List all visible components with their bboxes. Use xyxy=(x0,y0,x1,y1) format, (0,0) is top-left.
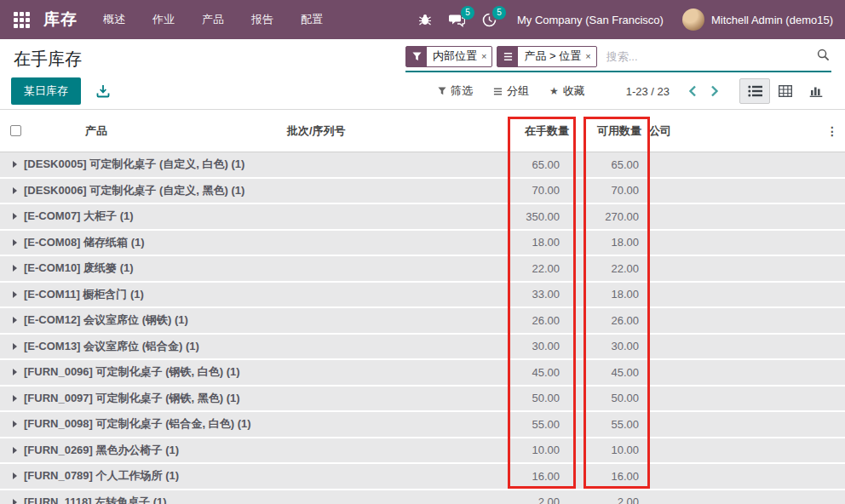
favorites-label: 收藏 xyxy=(563,83,585,99)
control-panel: 在手库存 内部位置 × 产品 > 位置 × 某日库存 xyxy=(0,39,845,110)
expand-caret-icon[interactable] xyxy=(13,161,17,168)
table-row[interactable]: [FURN_0789] 个人工作场所 (1) 16.00 16.00 xyxy=(0,464,845,490)
graph-view-button[interactable] xyxy=(801,78,831,104)
facet-label: 内部位置 xyxy=(427,47,480,66)
cell-available: 70.00 xyxy=(569,184,641,197)
table-row[interactable]: [FURN_1118] 左转角桌子 (1) 2.00 2.00 xyxy=(0,490,845,504)
facet-remove-icon[interactable]: × xyxy=(480,47,491,66)
main-menu: 概述作业产品报告配置 xyxy=(89,0,336,39)
filters-menu[interactable]: 筛选 xyxy=(438,83,473,99)
cell-on-hand: 26.00 xyxy=(503,314,569,327)
menu-item-1[interactable]: 作业 xyxy=(139,0,188,39)
facet-remove-icon[interactable]: × xyxy=(584,47,595,66)
menu-item-4[interactable]: 配置 xyxy=(287,0,336,39)
cell-on-hand: 65.00 xyxy=(503,158,569,171)
debug-bug-icon[interactable] xyxy=(410,8,440,32)
expand-caret-icon[interactable] xyxy=(13,369,17,375)
apps-menu-icon[interactable] xyxy=(14,12,30,28)
pager-next-icon[interactable] xyxy=(704,82,726,100)
pager-previous-icon[interactable] xyxy=(681,82,704,100)
cell-on-hand: 50.00 xyxy=(503,392,569,404)
cell-on-hand: 30.00 xyxy=(503,340,569,352)
messages-badge: 5 xyxy=(461,6,474,20)
expand-caret-icon[interactable] xyxy=(13,395,17,402)
list-view-button[interactable] xyxy=(739,78,770,104)
cell-available: 16.00 xyxy=(569,470,641,483)
navbar-right: 5 5 My Company (San Francisco) Mitchell … xyxy=(410,8,845,32)
messages-menu[interactable]: 5 xyxy=(440,8,474,32)
group-label: [FURN_1118] 左转角桌子 (1) xyxy=(24,495,167,504)
cell-available: 26.00 xyxy=(569,314,641,327)
group-label: [E-COM11] 橱柜含门 (1) xyxy=(24,287,144,302)
search-icon[interactable] xyxy=(817,49,830,65)
activities-menu[interactable]: 5 xyxy=(474,8,505,32)
cell-on-hand: 350.00 xyxy=(503,210,569,223)
search-input[interactable] xyxy=(601,49,817,65)
expand-caret-icon[interactable] xyxy=(13,421,17,427)
cell-available: 270.00 xyxy=(569,210,641,223)
app-name[interactable]: 库存 xyxy=(43,9,78,31)
header-lot-serial[interactable]: 批次/序列号 xyxy=(281,123,503,139)
cell-on-hand: 10.00 xyxy=(503,444,569,456)
menu-item-3[interactable]: 报告 xyxy=(238,0,287,39)
table-row[interactable]: [E-COM12] 会议室席位 (钢铁) (1) 26.00 26.00 xyxy=(0,308,845,335)
cell-on-hand: 70.00 xyxy=(503,184,569,197)
expand-caret-icon[interactable] xyxy=(13,447,17,454)
search-options: 筛选 分组 ★ 收藏 xyxy=(438,83,606,99)
table-row[interactable]: [DESK0006] 可定制化桌子 (自定义, 黑色) (1) 70.00 70… xyxy=(0,179,845,205)
group-label: [DESK0005] 可定制化桌子 (自定义, 白色) (1) xyxy=(24,157,244,172)
cell-available: 65.00 xyxy=(569,158,641,171)
expand-caret-icon[interactable] xyxy=(13,343,17,350)
expand-caret-icon[interactable] xyxy=(13,239,17,246)
group-label: [E-COM08] 储存纸箱 (1) xyxy=(24,235,145,250)
table-row[interactable]: [E-COM11] 橱柜含门 (1) 33.00 18.00 xyxy=(0,283,845,309)
page-title: 在手库存 xyxy=(14,48,82,71)
table-row[interactable]: [FURN_0269] 黑色办公椅子 (1) 10.00 10.00 xyxy=(0,438,845,465)
top-navbar: 库存 概述作业产品报告配置 5 5 My Company (San xyxy=(0,0,845,39)
table-row[interactable]: [FURN_0097] 可定制化桌子 (钢铁, 黑色) (1) 50.00 50… xyxy=(0,387,845,413)
cell-on-hand: 2.00 xyxy=(503,495,569,504)
company-switcher[interactable]: My Company (San Francisco) xyxy=(517,14,664,26)
expand-caret-icon[interactable] xyxy=(13,187,17,194)
select-all-checkbox[interactable] xyxy=(10,125,21,136)
column-options-icon[interactable]: ⋮ xyxy=(819,124,845,138)
expand-caret-icon[interactable] xyxy=(13,317,17,324)
table-row[interactable]: [E-COM10] 废纸篓 (1) 22.00 22.00 xyxy=(0,256,845,283)
user-menu[interactable]: Mitchell Admin (demo15) xyxy=(711,14,833,26)
group-label: [E-COM10] 废纸篓 (1) xyxy=(24,261,134,276)
header-available[interactable]: 可用数量 xyxy=(569,123,641,139)
activities-badge: 5 xyxy=(492,6,506,20)
favorites-menu[interactable]: ★ 收藏 xyxy=(549,83,585,99)
table-row[interactable]: [DESK0005] 可定制化桌子 (自定义, 白色) (1) 65.00 65… xyxy=(0,152,845,179)
expand-caret-icon[interactable] xyxy=(13,499,17,504)
group-label: [FURN_0097] 可定制化桌子 (钢铁, 黑色) (1) xyxy=(24,391,240,406)
header-company[interactable]: 公司 xyxy=(641,123,819,139)
pivot-view-icon xyxy=(779,85,792,97)
table-row[interactable]: [FURN_0098] 可定制化桌子 (铝合金, 白色) (1) 55.00 5… xyxy=(0,412,845,438)
expand-caret-icon[interactable] xyxy=(13,213,17,220)
search-facet-filter: 内部位置 × xyxy=(405,46,492,67)
user-avatar[interactable] xyxy=(682,9,704,31)
group-label: [E-COM13] 会议室席位 (铝合金) (1) xyxy=(24,339,199,354)
expand-caret-icon[interactable] xyxy=(13,265,17,272)
table-row[interactable]: [FURN_0096] 可定制化桌子 (钢铁, 白色) (1) 45.00 45… xyxy=(0,360,845,387)
export-download-icon[interactable] xyxy=(96,84,110,98)
menu-item-0[interactable]: 概述 xyxy=(89,0,139,39)
expand-caret-icon[interactable] xyxy=(13,291,17,298)
group-label: [FURN_0269] 黑色办公椅子 (1) xyxy=(24,443,179,458)
menu-item-2[interactable]: 产品 xyxy=(188,0,238,39)
filter-icon xyxy=(406,47,427,66)
header-product[interactable]: 产品 xyxy=(26,123,281,139)
cell-on-hand: 55.00 xyxy=(503,418,569,431)
expand-caret-icon[interactable] xyxy=(13,472,17,479)
inventory-at-date-button[interactable]: 某日库存 xyxy=(11,77,81,105)
table-row[interactable]: [E-COM07] 大柜子 (1) 350.00 270.00 xyxy=(0,204,845,231)
cell-on-hand: 33.00 xyxy=(503,288,569,301)
groupby-menu[interactable]: 分组 xyxy=(493,83,529,99)
cell-available: 45.00 xyxy=(569,366,641,379)
table-row[interactable]: [E-COM08] 储存纸箱 (1) 18.00 18.00 xyxy=(0,231,845,257)
cell-available: 55.00 xyxy=(569,418,641,431)
pivot-view-button[interactable] xyxy=(770,78,801,104)
header-on-hand[interactable]: 在手数量 xyxy=(503,123,569,139)
table-row[interactable]: [E-COM13] 会议室席位 (铝合金) (1) 30.00 30.00 xyxy=(0,335,845,361)
